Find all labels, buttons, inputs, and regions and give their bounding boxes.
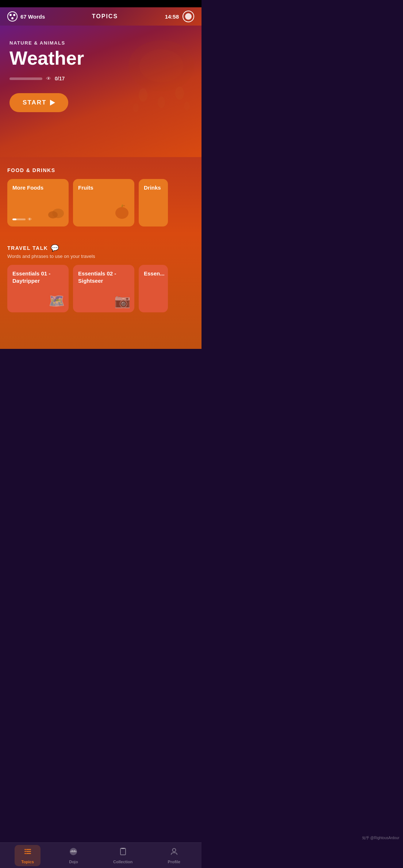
essentials-03-card[interactable]: Essen...	[139, 265, 168, 312]
more-foods-progress-fill	[12, 218, 16, 220]
more-foods-card[interactable]: More Foods 👁	[7, 179, 69, 226]
essentials-01-title: Essentials 01 - Daytripper	[12, 270, 50, 284]
hero-progress-text: 0/17	[55, 76, 65, 81]
more-foods-progress-row: 👁	[12, 217, 32, 221]
logo-icon	[7, 11, 18, 22]
sections-container: FOOD & DRINKS More Foods 👁	[0, 157, 202, 349]
svg-point-0	[8, 12, 17, 21]
svg-point-13	[115, 207, 128, 219]
more-foods-eye-icon: 👁	[28, 217, 32, 221]
header-right: 14:58	[165, 11, 194, 22]
app-header: 67 Words TOPICS 14:58	[0, 7, 202, 26]
hero-eye-icon: 👁	[46, 76, 51, 81]
travel-talk-section: TRAVEL TALK 💬 Words and phrases to use o…	[0, 234, 202, 320]
more-foods-card-title: More Foods	[12, 184, 43, 191]
drinks-card[interactable]: Drinks	[139, 179, 168, 226]
record-inner	[185, 13, 192, 20]
travel-talk-header: TRAVEL TALK 💬 Words and phrases to use o…	[7, 244, 194, 259]
essentials-01-card[interactable]: Essentials 01 - Daytripper 🗺️	[7, 265, 69, 312]
fruits-card[interactable]: Fruits	[73, 179, 134, 226]
svg-point-12	[48, 211, 58, 218]
hero-section: NATURE & ANIMALS Weather 👁 0/17 START	[0, 26, 202, 157]
travel-talk-title-row: TRAVEL TALK 💬	[7, 244, 194, 252]
time-display: 14:58	[165, 14, 179, 20]
food-drinks-cards-row: More Foods 👁 Fruits	[7, 179, 194, 228]
header-title: TOPICS	[92, 13, 118, 20]
essentials-02-card[interactable]: Essentials 02 - Sightseer 📷	[73, 265, 134, 312]
svg-point-7	[158, 96, 165, 108]
start-button[interactable]: START	[9, 93, 68, 112]
header-left: 67 Words	[7, 11, 45, 22]
svg-point-2	[13, 14, 15, 16]
svg-point-5	[139, 49, 183, 82]
play-arrow-icon	[50, 100, 55, 106]
essentials-02-title: Essentials 02 - Sightseer	[78, 270, 116, 284]
travel-talk-icon: 💬	[51, 244, 59, 252]
travel-talk-subtitle: Words and phrases to use on your travels	[7, 254, 194, 259]
fruits-icon	[112, 201, 131, 223]
record-button[interactable]	[183, 11, 194, 22]
word-count-label: 67 Words	[20, 14, 45, 20]
food-drinks-section: FOOD & DRINKS More Foods 👁	[0, 157, 202, 234]
fruits-card-title: Fruits	[78, 184, 93, 191]
svg-point-1	[9, 14, 12, 16]
food-drinks-header: FOOD & DRINKS	[7, 167, 194, 173]
essentials-02-icon: 📷	[114, 293, 131, 309]
essentials-01-icon: 🗺️	[49, 293, 65, 309]
travel-talk-cards-row: Essentials 01 - Daytripper 🗺️ Essentials…	[7, 265, 194, 314]
essentials-03-title: Essen...	[144, 270, 165, 277]
food-drinks-title-row: FOOD & DRINKS	[7, 167, 194, 173]
food-drinks-title: FOOD & DRINKS	[7, 167, 55, 173]
hero-progress-bar-bg	[9, 77, 42, 80]
svg-point-10	[133, 103, 139, 112]
status-bar	[0, 0, 202, 7]
hero-category: NATURE & ANIMALS	[9, 40, 192, 46]
svg-point-6	[139, 88, 147, 102]
svg-point-3	[11, 17, 14, 19]
more-foods-icon	[45, 203, 65, 223]
travel-talk-title: TRAVEL TALK	[7, 245, 48, 251]
svg-point-8	[175, 87, 184, 100]
start-button-label: START	[23, 99, 46, 106]
svg-point-9	[184, 102, 190, 110]
drinks-card-title: Drinks	[144, 184, 161, 191]
more-foods-progress-bg	[12, 218, 26, 220]
